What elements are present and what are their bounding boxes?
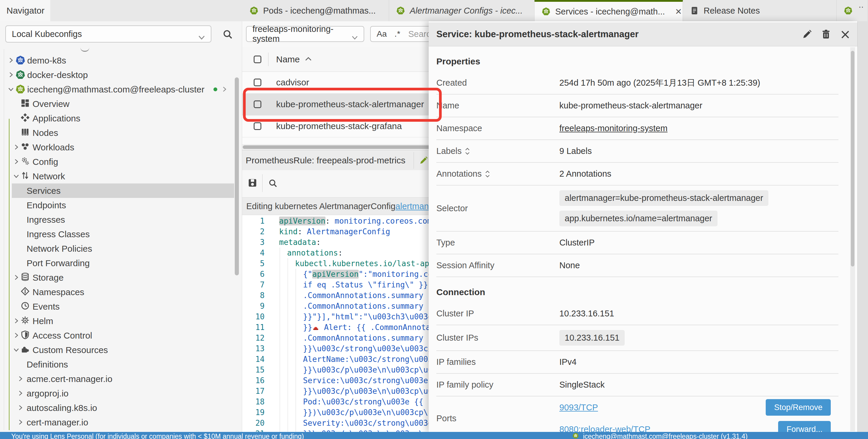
kubeconfig-select[interactable]: Local Kubeconfigs xyxy=(5,25,211,42)
chevron-collapsed-icon[interactable] xyxy=(17,375,24,382)
sidebar-item-autoscaling-k8s-io[interactable]: autoscaling.k8s.io xyxy=(0,401,234,415)
sidebar-item-cert-manager-io[interactable]: cert-manager.io xyxy=(0,415,234,430)
detail-value: 10.233.16.151 xyxy=(559,309,614,318)
namespace-link[interactable]: freeleaps-monitoring-system xyxy=(559,124,668,133)
chevron-collapsed-icon[interactable] xyxy=(8,71,14,78)
sidebar-item-nodes[interactable]: Nodes xyxy=(0,126,234,140)
sidebar-item-label: Workloads xyxy=(33,140,74,155)
chevron-collapsed-icon[interactable] xyxy=(17,419,24,426)
sidebar-item-namespaces[interactable]: Namespaces xyxy=(0,285,234,299)
sidebar-item-label: argoproj.io xyxy=(27,386,69,401)
sort-asc-icon[interactable] xyxy=(305,57,312,62)
code-text: .CommonAnnotations.summary }} xyxy=(303,301,437,311)
sidebar-item-storage[interactable]: Storage xyxy=(0,270,234,285)
chevron-collapsed-icon[interactable] xyxy=(13,332,20,339)
sidebar-item-access-control[interactable]: Access Control xyxy=(0,328,234,343)
sidebar-item-helm[interactable]: Helm xyxy=(0,314,234,328)
code-text: .CommonAnnotations.summary }} xyxy=(303,333,437,343)
sort-toggle-icon[interactable] xyxy=(485,170,491,178)
edit-pencil-icon[interactable] xyxy=(419,156,428,165)
save-icon[interactable] xyxy=(247,178,257,188)
delete-trash-icon[interactable] xyxy=(821,29,831,40)
kubernetes-icon xyxy=(844,6,852,15)
sidebar-item-applications[interactable]: Applications xyxy=(0,111,234,126)
drawer-scrollbar-thumb[interactable] xyxy=(851,51,855,267)
sidebar-item-custom-resources[interactable]: Custom Resources xyxy=(0,343,234,357)
sidebar-scrollbar[interactable] xyxy=(235,77,239,275)
sidebar-item-network-policies[interactable]: Network Policies xyxy=(0,241,234,256)
regex-toggle[interactable]: .* xyxy=(394,29,401,39)
sidebar-item-argoproj-io[interactable]: argoproj.io xyxy=(0,386,234,401)
chevron-expanded-icon[interactable] xyxy=(13,173,20,179)
chevron-collapsed-icon[interactable] xyxy=(17,390,24,397)
chevron-collapsed-icon[interactable] xyxy=(13,274,20,281)
chevron-expanded-icon[interactable] xyxy=(8,86,14,93)
sort-toggle-icon[interactable] xyxy=(464,147,470,155)
tab-close-icon[interactable]: ✕ xyxy=(675,7,682,16)
code-text: Severity:\u003c/strong\u003e xyxy=(303,418,433,428)
sidebar-item-network[interactable]: Network xyxy=(0,169,234,183)
sidebar-item-label: Ingresses xyxy=(27,212,65,227)
sidebar-item-acme-cert-manager-io[interactable]: acme.cert-manager.io xyxy=(0,372,234,386)
chevron-collapsed-icon[interactable] xyxy=(13,144,20,150)
sidebar-item-label: Helm xyxy=(33,314,53,328)
line-number: 18 xyxy=(247,397,265,407)
sidebar-search-icon[interactable] xyxy=(222,29,233,40)
row-checkbox[interactable] xyxy=(254,122,261,130)
sidebar-item-ingresses[interactable]: Ingresses xyxy=(0,212,234,227)
sidebar-item-config[interactable]: Config xyxy=(0,155,234,169)
column-header-name[interactable]: Name xyxy=(276,47,300,71)
line-number: 3 xyxy=(247,237,265,247)
sidebar-item-icecheng-mathmast-com-freeleap[interactable]: icecheng@mathmast.com@freeleaps-cluster xyxy=(0,82,234,97)
sidebar-item-demo-k8s[interactable]: demo-k8s xyxy=(0,53,234,68)
sidebar-item-port-forwarding[interactable]: Port Forwarding xyxy=(0,256,234,270)
code-text: }}\u003c/p\u003e\n\u003cp\u003 xyxy=(303,365,442,375)
code-text: kubectl.kubernetes.io/last-appli xyxy=(295,258,443,269)
port-link[interactable]: 9093/TCP xyxy=(559,403,598,412)
sidebar-item-label: Network xyxy=(33,169,65,183)
sidebar-item-services[interactable]: Services xyxy=(0,183,234,198)
match-case-toggle[interactable]: Aa xyxy=(377,29,387,39)
kubernetes-icon xyxy=(16,55,25,65)
detail-row-labels: Labels9 Labels xyxy=(436,140,838,163)
stop-remove-button[interactable]: Stop/Remove xyxy=(766,399,831,416)
sidebar-item-definitions[interactable]: Definitions xyxy=(0,357,234,372)
tab-alertmanager-configs-ice[interactable]: Alertmanager Configs - icec... xyxy=(389,0,534,21)
tab-pods-icecheng-mathmas-[interactable]: Pods - icecheng@mathmas... xyxy=(242,0,389,21)
row-checkbox[interactable] xyxy=(254,78,261,86)
chevron-collapsed-icon[interactable] xyxy=(17,404,24,411)
forward-button[interactable]: Forward... xyxy=(778,421,831,432)
sidebar-item-events[interactable]: Events xyxy=(0,299,234,314)
annotation-highlight-box xyxy=(243,88,442,122)
sidebar-item-endpoints[interactable]: Endpoints xyxy=(0,198,234,212)
puzzle-icon xyxy=(21,345,31,355)
chevron-expanded-icon[interactable] xyxy=(13,346,20,353)
cluster-open-arrow-icon[interactable] xyxy=(221,86,228,93)
sidebar-item-label: Network Policies xyxy=(27,241,92,256)
sidebar-item-configuration-konghq-com[interactable]: configuration.konghq.com xyxy=(0,430,234,432)
line-number: 21 xyxy=(247,428,265,432)
sidebar-item-workloads[interactable]: Workloads xyxy=(0,140,234,155)
code-text: .CommonAnnotations.summary }} xyxy=(303,290,437,301)
sidebar-item-docker-desktop[interactable]: docker-desktop xyxy=(0,68,234,82)
tab-release-notes[interactable]: Release Notes xyxy=(683,0,837,21)
namespace-select[interactable]: freeleaps-monitoring-system xyxy=(246,26,364,42)
sidebar-item-ingress-classes[interactable]: Ingress Classes xyxy=(0,227,234,241)
line-number: 13 xyxy=(247,343,265,354)
edit-pencil-icon[interactable] xyxy=(802,29,812,40)
close-icon[interactable] xyxy=(840,30,851,40)
line-number: 12 xyxy=(247,333,265,343)
header-divider xyxy=(268,53,269,66)
chevron-collapsed-icon[interactable] xyxy=(13,158,20,165)
chevron-collapsed-icon[interactable] xyxy=(13,317,20,324)
lens-app-window: Navigator Pods - icecheng@mathmas...Aler… xyxy=(0,0,868,439)
line-number: 1 xyxy=(247,216,265,226)
chevron-collapsed-icon[interactable] xyxy=(8,57,14,64)
port-link[interactable]: 8080:reloader-web/TCP xyxy=(559,425,650,432)
editor-search-icon[interactable] xyxy=(268,178,278,188)
line-number: 16 xyxy=(247,375,265,386)
sidebar-item-overview[interactable]: Overview xyxy=(0,97,234,111)
sidebar-item-label: demo-k8s xyxy=(27,53,66,68)
tab-services-icecheng-math-[interactable]: Services - icecheng@math...✕ xyxy=(534,0,683,21)
select-all-checkbox[interactable] xyxy=(254,56,261,63)
